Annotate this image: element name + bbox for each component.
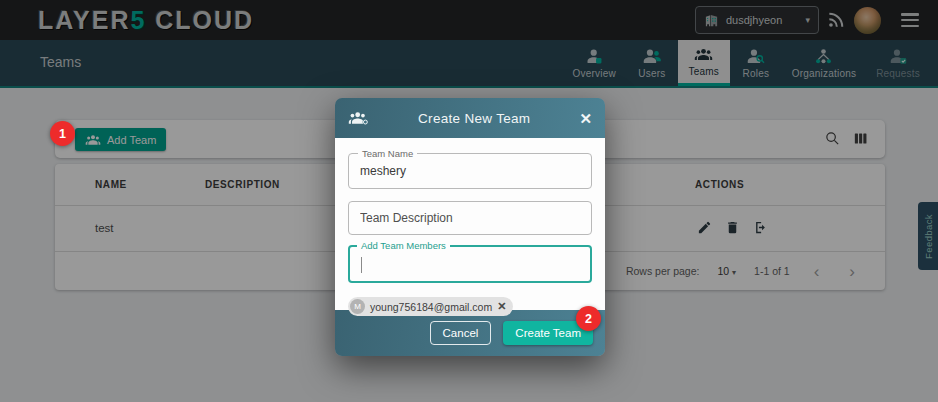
member-email-chip: M young756184@gmail.com ✕ <box>348 297 513 316</box>
add-team-members-label: Add Team Members <box>357 240 450 251</box>
modal-footer: Cancel Create Team <box>335 310 605 356</box>
team-name-label: Team Name <box>358 148 417 159</box>
close-icon[interactable]: ✕ <box>579 111 592 126</box>
modal-title: Create New Team <box>369 111 579 126</box>
team-description-input[interactable] <box>349 202 591 234</box>
modal-body: Team Name Add Team Members M young756184… <box>335 138 605 310</box>
annotation-badge-1: 1 <box>50 121 75 146</box>
team-description-field[interactable] <box>348 201 592 235</box>
chip-delete-icon[interactable]: ✕ <box>497 300 506 313</box>
add-team-members-field[interactable]: Add Team Members <box>348 245 592 283</box>
page-root: LAYER5 CLOUD dusdjhyeon ▾ Teams <box>0 0 938 402</box>
cancel-button[interactable]: Cancel <box>430 321 492 345</box>
group-add-icon <box>348 110 369 126</box>
create-team-modal: Create New Team ✕ Team Name Add Team Mem… <box>335 98 605 356</box>
chip-avatar: M <box>350 299 365 314</box>
modal-header: Create New Team ✕ <box>335 98 605 138</box>
team-name-input[interactable] <box>349 154 591 188</box>
chip-email: young756184@gmail.com <box>370 301 492 313</box>
team-name-field[interactable]: Team Name <box>348 153 592 189</box>
text-cursor <box>361 257 362 273</box>
annotation-badge-2: 2 <box>576 306 601 331</box>
